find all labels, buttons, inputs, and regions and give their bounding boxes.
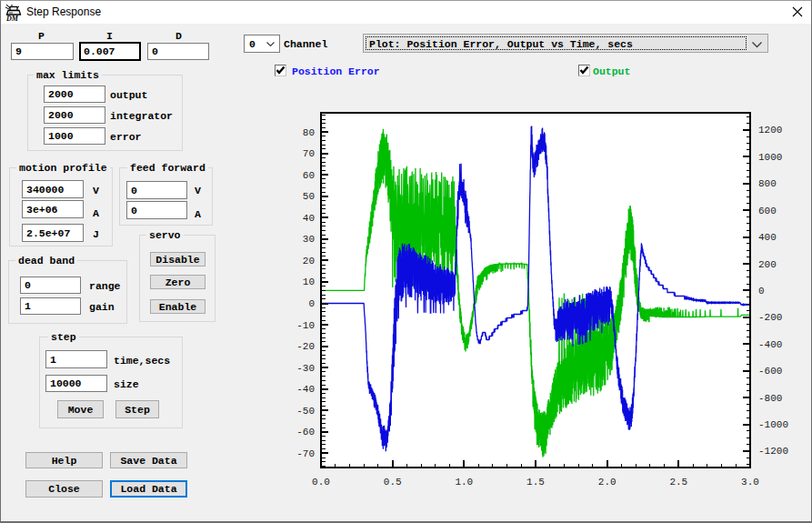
svg-text:1.0: 1.0	[455, 477, 473, 488]
svg-text:-1000: -1000	[758, 419, 788, 430]
svg-text:-600: -600	[758, 366, 782, 377]
svg-text:200: 200	[758, 259, 777, 270]
svg-text:-400: -400	[758, 339, 782, 350]
svg-text:-60: -60	[296, 427, 315, 438]
svg-text:60: 60	[303, 170, 315, 181]
svg-text:2.5: 2.5	[669, 477, 687, 488]
svg-text:-10: -10	[296, 320, 315, 331]
svg-text:70: 70	[303, 148, 315, 159]
svg-text:-30: -30	[296, 363, 315, 374]
svg-text:0: 0	[308, 298, 315, 309]
svg-text:40: 40	[303, 213, 315, 224]
svg-text:3.0: 3.0	[741, 477, 759, 488]
svg-text:-800: -800	[758, 393, 782, 404]
svg-text:0.0: 0.0	[312, 477, 330, 488]
svg-text:20: 20	[303, 256, 315, 267]
svg-text:-200: -200	[758, 312, 782, 323]
svg-text:1.5: 1.5	[526, 477, 545, 488]
svg-text:-20: -20	[296, 341, 315, 352]
svg-text:2.0: 2.0	[598, 477, 617, 488]
svg-text:0.5: 0.5	[384, 477, 402, 488]
svg-text:400: 400	[758, 232, 777, 243]
svg-text:-40: -40	[296, 384, 315, 395]
svg-text:30: 30	[303, 234, 315, 245]
svg-text:-1200: -1200	[758, 446, 788, 457]
svg-text:-50: -50	[296, 406, 315, 417]
svg-text:10: 10	[303, 277, 315, 287]
svg-text:80: 80	[303, 127, 315, 138]
svg-text:1000: 1000	[758, 152, 782, 163]
svg-text:-70: -70	[296, 448, 315, 459]
svg-text:1200: 1200	[758, 125, 782, 136]
svg-text:50: 50	[303, 191, 315, 202]
svg-text:0: 0	[758, 286, 765, 297]
svg-text:800: 800	[758, 178, 777, 189]
svg-text:600: 600	[758, 206, 777, 216]
